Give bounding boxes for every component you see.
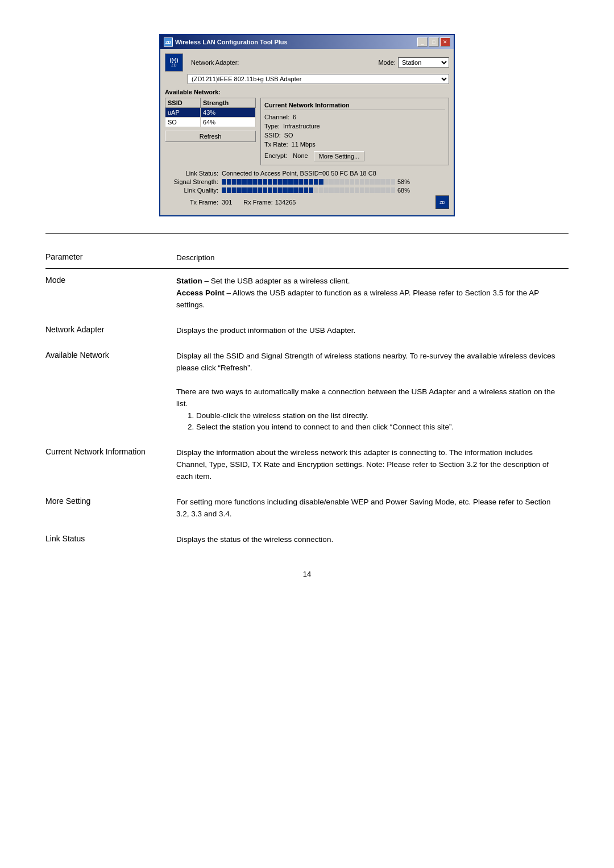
signal-bar-empty: [360, 179, 364, 185]
link-bar-empty: [370, 187, 375, 193]
signal-bars: [222, 179, 395, 185]
ssid-value: SO: [284, 132, 293, 139]
link-bar-filled: [232, 187, 237, 193]
link-bar-empty: [350, 187, 354, 193]
mode-row: ((•)) ZD Network Adapter: Mode: Station …: [165, 53, 449, 72]
mode-select-group: Mode: Station Access Point: [378, 57, 449, 68]
maximize-button[interactable]: □: [429, 37, 439, 47]
desc-header: Description: [176, 245, 569, 269]
refresh-button[interactable]: Refresh: [165, 131, 256, 142]
link-bar-empty: [360, 187, 364, 193]
link-bar-empty: [345, 187, 349, 193]
ssid-label: SSID:: [264, 132, 281, 139]
link-bar-empty: [380, 187, 385, 193]
link-bar-empty: [385, 187, 390, 193]
link-quality-bar-container: 68%: [222, 187, 449, 194]
adapter-select[interactable]: (ZD1211)IEEE 802.11b+g USB Adapter: [188, 74, 449, 84]
link-status-row: Link Status: Connected to Access Point, …: [165, 170, 449, 177]
window-body: ((•)) ZD Network Adapter: Mode: Station …: [160, 49, 454, 215]
more-setting-button[interactable]: More Setting...: [314, 151, 365, 161]
signal-bar-empty: [365, 179, 370, 185]
network-adapter-param: Network Adapter: [45, 318, 176, 344]
encrypt-value: None: [293, 152, 308, 159]
link-quality-label: Link Quality:: [165, 187, 222, 194]
signal-bar-filled: [298, 179, 303, 185]
signal-bar-filled: [314, 179, 318, 185]
tx-frame-value: 301: [222, 199, 232, 206]
link-bar-filled: [258, 187, 262, 193]
more-setting-desc: For setting more functions including dis…: [176, 490, 569, 527]
type-row: Type: Infrastructure: [264, 123, 445, 130]
link-quality-percent: 68%: [397, 187, 410, 194]
wireless-lan-window: ZD Wireless LAN Configuration Tool Plus …: [159, 34, 455, 216]
param-header: Parameter: [45, 245, 176, 269]
link-status-param: Link Status: [45, 527, 176, 553]
documentation-table: Parameter Description Mode Station – Set…: [45, 245, 569, 553]
link-bar-filled: [304, 187, 308, 193]
link-status-label: Link Status:: [165, 170, 222, 177]
signal-bar-filled: [263, 179, 267, 185]
link-status-value: Connected to Access Point, BSSID=00 50 F…: [222, 170, 449, 177]
table-row: Link Status Displays the status of the w…: [45, 527, 569, 553]
rx-frame-label: Rx Frame:: [243, 199, 272, 206]
signal-bar-filled: [304, 179, 308, 185]
signal-bar-filled: [288, 179, 293, 185]
link-bar-empty: [334, 187, 339, 193]
table-row: Available Network Display all the SSID a…: [45, 344, 569, 440]
network-table-row[interactable]: SO64%: [165, 118, 256, 127]
titlebar-left: ZD Wireless LAN Configuration Tool Plus: [164, 37, 288, 47]
table-row: More Setting For setting more functions …: [45, 490, 569, 527]
link-quality-row: Link Quality: 68%: [165, 187, 449, 194]
signal-bar-empty: [385, 179, 390, 185]
link-bar-filled: [283, 187, 288, 193]
signal-bar-empty: [391, 179, 395, 185]
link-bar-filled: [252, 187, 257, 193]
table-row: Current Network Information Display the …: [45, 440, 569, 490]
link-bar-empty: [319, 187, 323, 193]
link-bar-filled: [263, 187, 267, 193]
link-bars: [222, 187, 395, 193]
signal-bar-filled: [309, 179, 313, 185]
section-divider: [45, 233, 569, 234]
encrypt-label: Encrypt:: [264, 152, 287, 159]
mode-label: Mode:: [378, 59, 396, 66]
table-header-row: Parameter Description: [45, 245, 569, 269]
link-bar-empty: [314, 187, 318, 193]
adapter-group: ((•)) ZD Network Adapter:: [165, 53, 239, 72]
signal-bar-filled: [278, 179, 283, 185]
link-bar-filled: [242, 187, 247, 193]
window-title: Wireless LAN Configuration Tool Plus: [175, 39, 288, 45]
signal-bar-empty: [329, 179, 334, 185]
app-screenshot: ZD Wireless LAN Configuration Tool Plus …: [45, 34, 569, 216]
link-bar-filled: [278, 187, 283, 193]
channel-label: Channel:: [264, 114, 289, 120]
ssid-cell: SO: [165, 118, 201, 127]
signal-bar-empty: [334, 179, 339, 185]
signal-bar-filled: [273, 179, 277, 185]
signal-bar-filled: [237, 179, 242, 185]
network-table-row[interactable]: uAP43%: [165, 108, 256, 118]
link-bar-filled: [309, 187, 313, 193]
link-bar-filled: [227, 187, 231, 193]
strength-cell: 64%: [201, 118, 256, 127]
minimize-button[interactable]: _: [417, 37, 428, 47]
close-button[interactable]: ✕: [440, 37, 450, 47]
type-value: Infrastructure: [283, 123, 320, 130]
link-bar-empty: [355, 187, 359, 193]
mode-select[interactable]: Station Access Point: [398, 57, 449, 68]
channel-row: Channel: 6: [264, 114, 445, 120]
link-status-desc: Displays the status of the wireless conn…: [176, 527, 569, 553]
txrate-label: Tx Rate:: [264, 141, 288, 148]
strength-cell: 43%: [201, 108, 256, 118]
available-network-param: Available Network: [45, 344, 176, 440]
signal-bar-filled: [319, 179, 323, 185]
signal-bar-empty: [350, 179, 354, 185]
link-bar-filled: [237, 187, 242, 193]
page-number: 14: [45, 570, 569, 578]
signal-bar-empty: [345, 179, 349, 185]
txrate-row: Tx Rate: 11 Mbps: [264, 141, 445, 148]
current-network-desc: Display the information about the wirele…: [176, 440, 569, 490]
signal-bar-filled: [222, 179, 226, 185]
available-network-label: Available Network:: [165, 89, 449, 95]
link-bar-filled: [222, 187, 226, 193]
